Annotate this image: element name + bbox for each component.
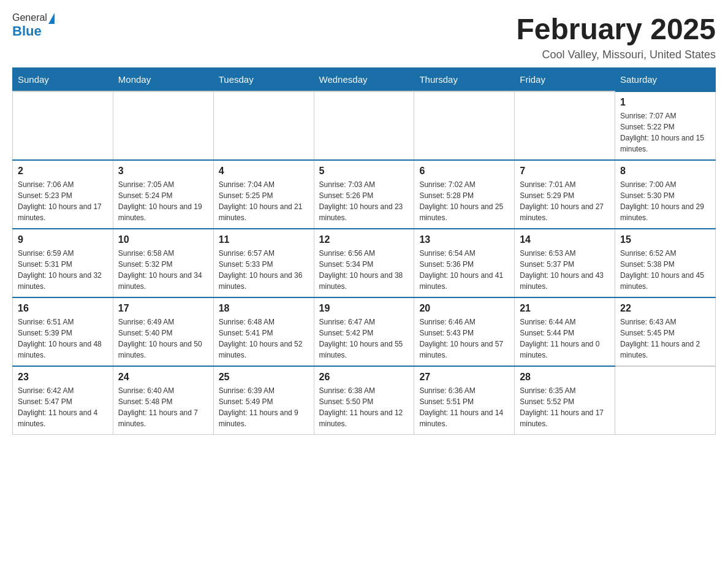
day-number: 26 <box>319 372 409 383</box>
calendar-cell: 1Sunrise: 7:07 AM Sunset: 5:22 PM Daylig… <box>615 91 716 160</box>
day-number: 24 <box>118 372 208 383</box>
calendar-cell <box>213 91 314 160</box>
calendar-cell: 22Sunrise: 6:43 AM Sunset: 5:45 PM Dayli… <box>615 297 716 366</box>
calendar-cell: 21Sunrise: 6:44 AM Sunset: 5:44 PM Dayli… <box>515 297 615 366</box>
calendar-cell: 26Sunrise: 6:38 AM Sunset: 5:50 PM Dayli… <box>314 366 414 435</box>
day-info: Sunrise: 7:01 AM Sunset: 5:29 PM Dayligh… <box>520 179 610 223</box>
day-number: 4 <box>219 166 309 177</box>
day-number: 5 <box>319 166 409 177</box>
week-row-1: 1Sunrise: 7:07 AM Sunset: 5:22 PM Daylig… <box>13 91 716 160</box>
week-row-2: 2Sunrise: 7:06 AM Sunset: 5:23 PM Daylig… <box>13 160 716 229</box>
day-info: Sunrise: 6:36 AM Sunset: 5:51 PM Dayligh… <box>419 385 509 429</box>
weekday-header-tuesday: Tuesday <box>213 68 314 92</box>
day-number: 6 <box>419 166 509 177</box>
weekday-header-row: SundayMondayTuesdayWednesdayThursdayFrid… <box>13 68 716 92</box>
month-title: February 2025 <box>516 12 716 46</box>
day-number: 9 <box>18 234 108 245</box>
day-info: Sunrise: 7:02 AM Sunset: 5:28 PM Dayligh… <box>419 179 509 223</box>
calendar-cell: 5Sunrise: 7:03 AM Sunset: 5:26 PM Daylig… <box>314 160 414 229</box>
calendar-cell <box>314 91 414 160</box>
calendar-cell: 11Sunrise: 6:57 AM Sunset: 5:33 PM Dayli… <box>213 229 314 297</box>
calendar-cell: 2Sunrise: 7:06 AM Sunset: 5:23 PM Daylig… <box>13 160 113 229</box>
day-number: 17 <box>118 303 208 314</box>
day-info: Sunrise: 7:00 AM Sunset: 5:30 PM Dayligh… <box>620 179 710 223</box>
calendar-cell: 15Sunrise: 6:52 AM Sunset: 5:38 PM Dayli… <box>615 229 716 297</box>
calendar-cell: 10Sunrise: 6:58 AM Sunset: 5:32 PM Dayli… <box>113 229 213 297</box>
day-info: Sunrise: 6:58 AM Sunset: 5:32 PM Dayligh… <box>118 248 208 292</box>
day-number: 8 <box>620 166 710 177</box>
day-number: 16 <box>18 303 108 314</box>
day-info: Sunrise: 6:53 AM Sunset: 5:37 PM Dayligh… <box>520 248 610 292</box>
day-number: 23 <box>18 372 108 383</box>
calendar-cell: 12Sunrise: 6:56 AM Sunset: 5:34 PM Dayli… <box>314 229 414 297</box>
day-info: Sunrise: 6:35 AM Sunset: 5:52 PM Dayligh… <box>520 385 610 429</box>
day-number: 25 <box>219 372 309 383</box>
day-info: Sunrise: 6:56 AM Sunset: 5:34 PM Dayligh… <box>319 248 409 292</box>
calendar-cell <box>615 366 716 435</box>
logo-blue-text: Blue <box>12 23 42 39</box>
calendar-cell: 18Sunrise: 6:48 AM Sunset: 5:41 PM Dayli… <box>213 297 314 366</box>
calendar-cell: 4Sunrise: 7:04 AM Sunset: 5:25 PM Daylig… <box>213 160 314 229</box>
day-info: Sunrise: 6:49 AM Sunset: 5:40 PM Dayligh… <box>118 316 208 361</box>
calendar-cell: 7Sunrise: 7:01 AM Sunset: 5:29 PM Daylig… <box>515 160 615 229</box>
day-info: Sunrise: 6:40 AM Sunset: 5:48 PM Dayligh… <box>118 385 208 429</box>
day-info: Sunrise: 6:39 AM Sunset: 5:49 PM Dayligh… <box>219 385 309 429</box>
day-number: 10 <box>118 234 208 245</box>
calendar-table: SundayMondayTuesdayWednesdayThursdayFrid… <box>12 67 716 435</box>
week-row-5: 23Sunrise: 6:42 AM Sunset: 5:47 PM Dayli… <box>13 366 716 435</box>
day-number: 12 <box>319 234 409 245</box>
calendar-cell: 14Sunrise: 6:53 AM Sunset: 5:37 PM Dayli… <box>515 229 615 297</box>
day-number: 14 <box>520 234 610 245</box>
calendar-cell: 27Sunrise: 6:36 AM Sunset: 5:51 PM Dayli… <box>414 366 515 435</box>
calendar-cell <box>113 91 213 160</box>
day-info: Sunrise: 7:07 AM Sunset: 5:22 PM Dayligh… <box>620 110 710 155</box>
calendar-cell: 3Sunrise: 7:05 AM Sunset: 5:24 PM Daylig… <box>113 160 213 229</box>
day-info: Sunrise: 6:38 AM Sunset: 5:50 PM Dayligh… <box>319 385 409 429</box>
calendar-cell: 9Sunrise: 6:59 AM Sunset: 5:31 PM Daylig… <box>13 229 113 297</box>
day-info: Sunrise: 6:42 AM Sunset: 5:47 PM Dayligh… <box>18 385 108 429</box>
day-number: 19 <box>319 303 409 314</box>
day-number: 20 <box>419 303 509 314</box>
day-number: 1 <box>620 97 710 108</box>
calendar-cell: 20Sunrise: 6:46 AM Sunset: 5:43 PM Dayli… <box>414 297 515 366</box>
day-number: 27 <box>419 372 509 383</box>
day-info: Sunrise: 6:46 AM Sunset: 5:43 PM Dayligh… <box>419 316 509 361</box>
day-info: Sunrise: 7:05 AM Sunset: 5:24 PM Dayligh… <box>118 179 208 223</box>
day-number: 15 <box>620 234 710 245</box>
weekday-header-monday: Monday <box>113 68 213 92</box>
logo: General Blue <box>12 12 55 39</box>
calendar-cell: 28Sunrise: 6:35 AM Sunset: 5:52 PM Dayli… <box>515 366 615 435</box>
day-info: Sunrise: 6:54 AM Sunset: 5:36 PM Dayligh… <box>419 248 509 292</box>
day-info: Sunrise: 6:48 AM Sunset: 5:41 PM Dayligh… <box>219 316 309 361</box>
calendar-cell: 19Sunrise: 6:47 AM Sunset: 5:42 PM Dayli… <box>314 297 414 366</box>
week-row-3: 9Sunrise: 6:59 AM Sunset: 5:31 PM Daylig… <box>13 229 716 297</box>
calendar-cell: 17Sunrise: 6:49 AM Sunset: 5:40 PM Dayli… <box>113 297 213 366</box>
day-info: Sunrise: 6:43 AM Sunset: 5:45 PM Dayligh… <box>620 316 710 361</box>
calendar-cell: 23Sunrise: 6:42 AM Sunset: 5:47 PM Dayli… <box>13 366 113 435</box>
day-info: Sunrise: 6:57 AM Sunset: 5:33 PM Dayligh… <box>219 248 309 292</box>
day-info: Sunrise: 7:06 AM Sunset: 5:23 PM Dayligh… <box>18 179 108 223</box>
calendar-cell: 13Sunrise: 6:54 AM Sunset: 5:36 PM Dayli… <box>414 229 515 297</box>
calendar-cell <box>515 91 615 160</box>
day-info: Sunrise: 6:59 AM Sunset: 5:31 PM Dayligh… <box>18 248 108 292</box>
weekday-header-thursday: Thursday <box>414 68 515 92</box>
day-number: 22 <box>620 303 710 314</box>
calendar-cell: 8Sunrise: 7:00 AM Sunset: 5:30 PM Daylig… <box>615 160 716 229</box>
logo-triangle-icon <box>48 13 55 24</box>
day-info: Sunrise: 6:44 AM Sunset: 5:44 PM Dayligh… <box>520 316 610 361</box>
day-number: 3 <box>118 166 208 177</box>
calendar-cell <box>13 91 113 160</box>
day-info: Sunrise: 6:47 AM Sunset: 5:42 PM Dayligh… <box>319 316 409 361</box>
weekday-header-friday: Friday <box>515 68 615 92</box>
day-number: 2 <box>18 166 108 177</box>
day-info: Sunrise: 7:04 AM Sunset: 5:25 PM Dayligh… <box>219 179 309 223</box>
weekday-header-saturday: Saturday <box>615 68 716 92</box>
day-number: 21 <box>520 303 610 314</box>
weekday-header-sunday: Sunday <box>13 68 113 92</box>
day-number: 7 <box>520 166 610 177</box>
day-info: Sunrise: 6:52 AM Sunset: 5:38 PM Dayligh… <box>620 248 710 292</box>
calendar-cell: 6Sunrise: 7:02 AM Sunset: 5:28 PM Daylig… <box>414 160 515 229</box>
day-number: 11 <box>219 234 309 245</box>
day-number: 28 <box>520 372 610 383</box>
page-header: General Blue February 2025 Cool Valley, … <box>12 12 716 61</box>
